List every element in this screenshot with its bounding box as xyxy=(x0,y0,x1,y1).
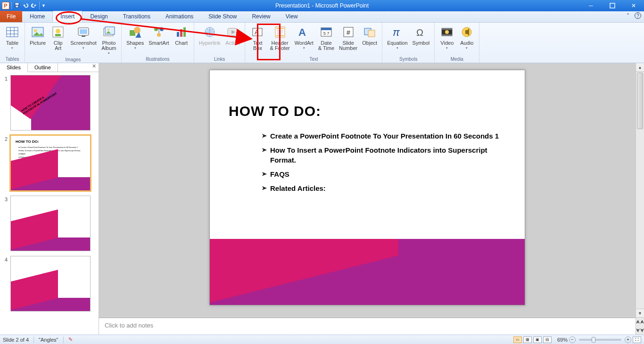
thumbnail[interactable] xyxy=(10,196,91,251)
tab-transitions[interactable]: Transitions xyxy=(116,11,158,22)
audio-button[interactable]: Audio▾ xyxy=(457,24,476,56)
audio-icon xyxy=(459,25,474,40)
normal-view-button[interactable]: ▭ xyxy=(513,336,522,343)
clip-art-icon xyxy=(50,25,66,40)
spellcheck-icon[interactable]: ✎ xyxy=(68,336,73,343)
scroll-track[interactable] xyxy=(636,72,644,309)
equation-button[interactable]: πEquation▾ xyxy=(385,24,409,56)
bullet-item[interactable]: Create a PowerPoint Footnote To Your Pre… xyxy=(262,131,506,141)
bullet-item[interactable]: FAQS xyxy=(262,170,506,179)
sorter-view-button[interactable]: ▦ xyxy=(523,336,532,343)
video-icon xyxy=(439,25,454,40)
text-box-button[interactable]: ATextBox xyxy=(248,24,267,56)
thumbnail[interactable]: HOW TO DO:➤ Create a PowerPoint Footnote… xyxy=(10,135,91,191)
date-time-button[interactable]: 5 7Date& Time xyxy=(316,24,336,56)
photo-album-icon xyxy=(101,25,116,40)
slide-number-icon: # xyxy=(341,25,356,40)
smartart-label: SmartArt xyxy=(149,41,169,46)
action-label: Action xyxy=(225,41,240,46)
tab-animations[interactable]: Animations xyxy=(158,11,201,22)
svg-rect-35 xyxy=(276,28,284,29)
fit-to-window-button[interactable]: ⛶ xyxy=(633,336,641,343)
screenshot-button[interactable]: Screenshot▾ xyxy=(68,24,99,56)
chevron-down-icon: ▾ xyxy=(446,46,448,50)
scroll-up-icon[interactable]: ▲ xyxy=(636,63,644,72)
svg-rect-27 xyxy=(177,32,179,37)
maximize-button[interactable] xyxy=(602,0,623,11)
tab-view[interactable]: View xyxy=(278,11,305,22)
tab-slide-show[interactable]: Slide Show xyxy=(201,11,244,22)
object-button[interactable]: Object xyxy=(360,24,379,56)
status-bar: Slide 2 of 4 "Angles" ✎ ▭ ▦ ▣ ▤ 69% − + … xyxy=(0,335,644,344)
tab-home[interactable]: Home xyxy=(22,11,52,22)
video-button[interactable]: Video▾ xyxy=(438,24,456,56)
thumbnail-row[interactable]: 3 xyxy=(2,196,97,251)
symbol-button[interactable]: ΩSymbol xyxy=(411,24,432,56)
clip-art-button[interactable]: ClipArt xyxy=(49,24,67,56)
zoom-in-button[interactable]: + xyxy=(625,336,631,343)
prev-slide-icon[interactable]: ⮝⮝ xyxy=(636,318,644,326)
tab-review[interactable]: Review xyxy=(244,11,278,22)
thumbnail-row[interactable]: 1HOW TO CREATE A FOOTNOTE IN POWERPOINT xyxy=(2,75,97,131)
thumbnail[interactable]: HOW TO CREATE A FOOTNOTE IN POWERPOINT xyxy=(10,75,91,131)
group-label: Links xyxy=(197,56,242,63)
close-button[interactable]: ✕ xyxy=(623,0,644,11)
slide-number-button[interactable]: #SlideNumber xyxy=(337,24,359,56)
undo-icon[interactable] xyxy=(22,2,29,10)
app-icon[interactable]: P xyxy=(2,2,9,9)
tab-insert[interactable]: Insert xyxy=(52,11,83,22)
outline-tab[interactable]: Outline xyxy=(28,63,58,72)
slide-canvas-area[interactable]: HOW TO DO: Create a PowerPoint Footnote … xyxy=(99,63,636,318)
zoom-slider[interactable] xyxy=(579,339,621,341)
chevron-down-icon: ▾ xyxy=(11,46,13,50)
slideshow-view-button[interactable]: ▤ xyxy=(543,336,552,343)
slide-title[interactable]: HOW TO DO: xyxy=(229,103,321,119)
header-footer-button[interactable]: Header& Footer xyxy=(268,24,291,56)
tab-design[interactable]: Design xyxy=(83,11,115,22)
zoom-handle[interactable] xyxy=(592,337,595,343)
minimize-button[interactable]: ─ xyxy=(580,0,602,11)
svg-rect-28 xyxy=(180,29,182,37)
chevron-down-icon: ▾ xyxy=(108,51,110,55)
notes-pane[interactable]: Click to add notes xyxy=(99,318,636,335)
svg-point-19 xyxy=(107,29,109,31)
slide: HOW TO DO: Create a PowerPoint Footnote … xyxy=(209,70,525,305)
bullet-item[interactable]: Related Articles: xyxy=(262,184,506,193)
symbol-icon: Ω xyxy=(413,25,429,40)
minimize-ribbon-icon[interactable]: ˄ xyxy=(624,12,632,20)
table-button[interactable]: Table▾ xyxy=(3,24,22,56)
equation-icon: π xyxy=(390,25,405,40)
vertical-scrollbar[interactable]: ▲ ▼ ⮝⮝⮟⮟ xyxy=(636,63,644,335)
chart-button[interactable]: Chart xyxy=(172,24,191,56)
slide-bullet-list[interactable]: Create a PowerPoint Footnote To Your Pre… xyxy=(262,131,506,198)
group-label: Tables xyxy=(3,56,22,63)
slides-tab[interactable]: Slides xyxy=(0,63,28,72)
scroll-down-icon[interactable]: ▼ xyxy=(636,309,644,317)
chevron-down-icon: ▾ xyxy=(466,46,468,50)
thumbnail[interactable] xyxy=(10,256,91,311)
scroll-thumb[interactable] xyxy=(637,73,643,129)
next-slide-icon[interactable]: ⮟⮟ xyxy=(636,326,644,335)
svg-rect-52 xyxy=(442,34,452,36)
picture-button[interactable]: Picture xyxy=(28,24,48,56)
slide-number-label: SlideNumber xyxy=(339,41,357,51)
thumbnail-row[interactable]: 2HOW TO DO:➤ Create a PowerPoint Footnot… xyxy=(2,135,97,191)
picture-label: Picture xyxy=(30,41,46,46)
group-label: Text xyxy=(248,56,379,63)
shapes-button[interactable]: Shapes▾ xyxy=(124,24,146,56)
bullet-item[interactable]: How To Insert a PowerPoint Footnote Indi… xyxy=(262,146,506,165)
quick-access-toolbar: P ▼ xyxy=(0,2,46,10)
smartart-button[interactable]: SmartArt xyxy=(147,24,171,56)
qat-dropdown-icon[interactable]: ▼ xyxy=(41,3,46,8)
file-tab[interactable]: File xyxy=(0,11,22,22)
photo-album-button[interactable]: PhotoAlbum▾ xyxy=(99,24,118,56)
reading-view-button[interactable]: ▣ xyxy=(533,336,542,343)
thumbnail-row[interactable]: 4 xyxy=(2,256,97,311)
close-panel-icon[interactable]: ✕ xyxy=(89,63,99,72)
help-icon[interactable]: ? xyxy=(635,12,641,19)
wordart-button[interactable]: AWordArt▾ xyxy=(293,24,315,56)
save-icon[interactable] xyxy=(14,2,20,10)
zoom-out-button[interactable]: − xyxy=(569,336,576,343)
zoom-level[interactable]: 69% xyxy=(557,337,568,343)
redo-icon[interactable] xyxy=(31,2,37,10)
